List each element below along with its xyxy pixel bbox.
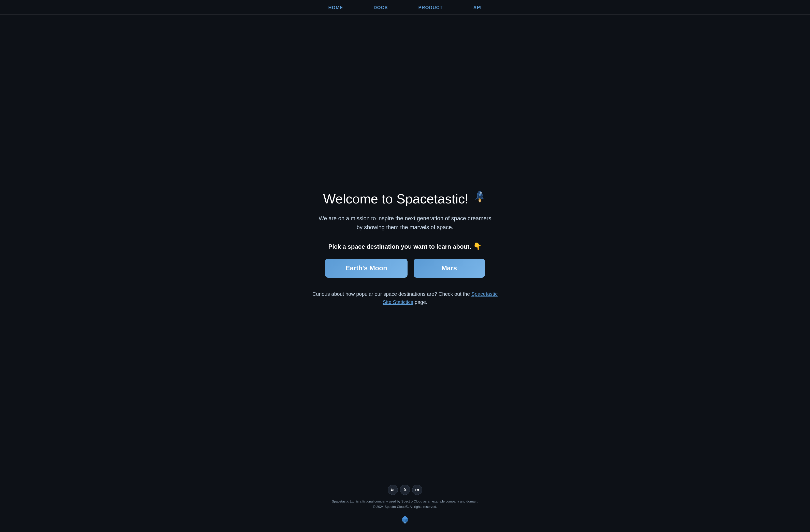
nav-api[interactable]: API — [473, 5, 482, 11]
destination-buttons: Earth's Moon Mars — [325, 259, 485, 278]
stats-text-before: Curious about how popular our space dest… — [312, 291, 470, 297]
hero-subtitle: We are on a mission to inspire the next … — [319, 214, 491, 232]
rocket-icon — [473, 189, 487, 206]
social-icons: in 𝕏 m — [388, 485, 422, 495]
nav-product[interactable]: PRODUCT — [419, 5, 443, 11]
svg-point-8 — [480, 192, 481, 193]
spectro-cloud-logo — [400, 515, 410, 526]
footer-legal-line1: Spacetastic Ltd. is a fictional company … — [332, 499, 478, 504]
pick-destination-label: Pick a space destination you want to lea… — [328, 242, 482, 250]
svg-marker-3 — [475, 197, 478, 200]
footer-legal-line2: © 2024 Spectro Cloud®. All rights reserv… — [332, 504, 478, 510]
svg-point-6 — [479, 200, 481, 202]
page-title: Welcome to Spacetastic! — [323, 191, 468, 207]
nav-home[interactable]: HOME — [328, 5, 343, 11]
point-down-icon: 👇 — [473, 242, 482, 250]
footer: in 𝕏 m Spacetastic Ltd. is a fictional c… — [0, 477, 810, 532]
mastodon-icon[interactable]: m — [412, 485, 422, 495]
linkedin-icon[interactable]: in — [388, 485, 398, 495]
hero-title-row: Welcome to Spacetastic! — [323, 191, 487, 207]
main-nav: HOME DOCS PRODUCT API — [0, 0, 810, 15]
footer-legal: Spacetastic Ltd. is a fictional company … — [332, 499, 478, 510]
twitter-x-icon[interactable]: 𝕏 — [400, 485, 410, 495]
svg-marker-4 — [482, 197, 484, 200]
main-content: Welcome to Spacetastic! — [303, 15, 507, 477]
statistics-text: Curious about how popular our space dest… — [308, 290, 502, 306]
svg-point-2 — [479, 194, 481, 196]
earths-moon-button[interactable]: Earth's Moon — [325, 259, 407, 278]
nav-docs[interactable]: DOCS — [373, 5, 388, 11]
mars-button[interactable]: Mars — [414, 259, 485, 278]
